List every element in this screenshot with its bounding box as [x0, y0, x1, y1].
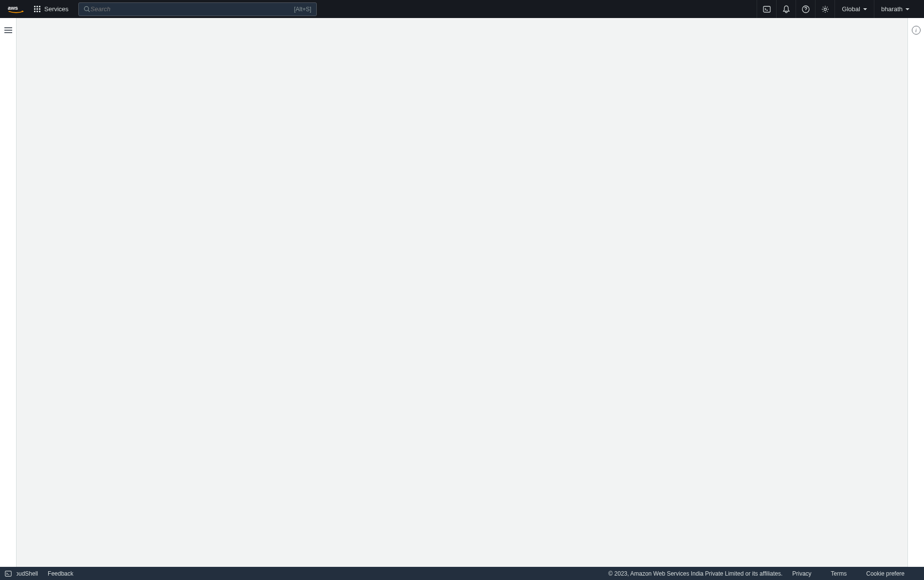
search-icon	[84, 6, 91, 13]
services-label: Services	[44, 5, 69, 13]
svg-point-1	[84, 6, 89, 11]
svg-line-2	[88, 10, 90, 12]
username-label: bharath	[881, 5, 903, 13]
help-icon[interactable]	[796, 0, 815, 18]
global-search[interactable]: [Alt+S]	[78, 2, 317, 16]
account-menu[interactable]: bharath	[874, 0, 916, 18]
caret-down-icon	[906, 8, 909, 10]
services-menu[interactable]: Services	[30, 5, 72, 13]
region-selector[interactable]: Global	[834, 0, 874, 18]
svg-point-5	[824, 8, 826, 10]
svg-rect-3	[763, 6, 770, 12]
top-header: aws Services [Alt+S] Global bharath	[0, 0, 924, 18]
caret-down-icon	[863, 8, 867, 10]
grid-icon	[34, 6, 40, 12]
settings-icon[interactable]	[815, 0, 834, 18]
notifications-icon[interactable]	[776, 0, 796, 18]
cloudshell-header-icon[interactable]	[757, 0, 776, 18]
aws-logo[interactable]: aws	[8, 4, 24, 14]
search-shortcut: [Alt+S]	[294, 6, 311, 13]
region-label: Global	[842, 5, 860, 13]
svg-text:aws: aws	[8, 5, 18, 11]
search-input[interactable]	[91, 5, 294, 13]
